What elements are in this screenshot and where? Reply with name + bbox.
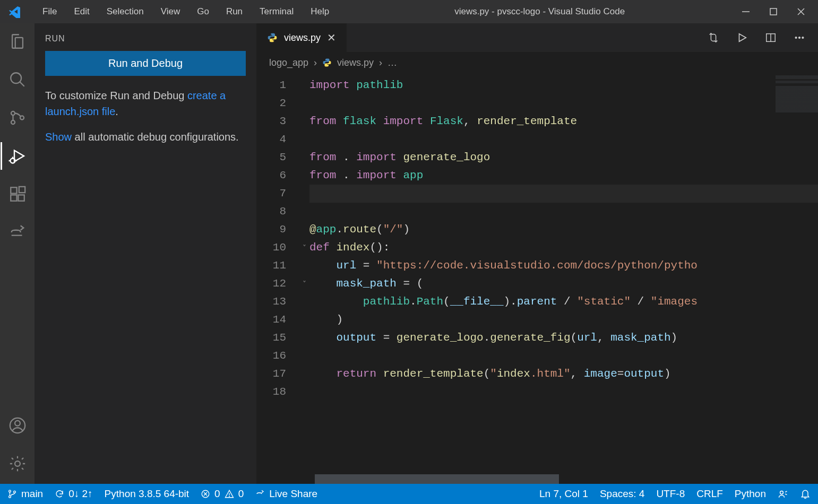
status-feedback[interactable]	[778, 489, 788, 499]
svg-marker-9	[14, 151, 24, 162]
activity-accounts[interactable]	[7, 415, 28, 436]
status-eol[interactable]: CRLF	[696, 488, 723, 500]
svg-rect-17	[19, 187, 24, 193]
breadcrumb-file[interactable]: views.py	[337, 57, 374, 68]
breadcrumb-ellipsis[interactable]: …	[388, 57, 397, 68]
activity-share[interactable]	[7, 222, 28, 243]
python-file-icon	[322, 58, 332, 67]
customize-suffix: .	[115, 106, 118, 117]
svg-point-26	[802, 37, 804, 38]
code-content[interactable]: import pathlib from flask import Flask, …	[309, 73, 818, 474]
svg-point-34	[229, 496, 229, 497]
breadcrumb-folder[interactable]: logo_app	[269, 57, 308, 68]
status-python-version[interactable]: Python 3.8.5 64-bit	[105, 488, 190, 500]
svg-point-8	[20, 116, 23, 119]
status-problems[interactable]: 0 0	[201, 488, 244, 500]
menu-file[interactable]: File	[34, 4, 65, 19]
main-area: RUN Run and Debug To customize Run and D…	[0, 23, 818, 484]
customize-text: To customize Run and Debug create a laun…	[45, 88, 246, 119]
maximize-icon[interactable]	[769, 7, 778, 16]
svg-rect-1	[770, 8, 777, 15]
compare-changes-icon[interactable]	[708, 32, 719, 44]
status-bar: main 0↓ 2↑ Python 3.8.5 64-bit 0 0 Live …	[0, 484, 818, 504]
close-icon[interactable]	[797, 7, 805, 16]
sync-icon	[55, 489, 64, 499]
branch-icon	[7, 489, 17, 499]
vscode-logo-icon	[8, 5, 21, 18]
live-share-icon	[255, 489, 265, 499]
run-file-icon[interactable]	[736, 32, 748, 44]
run-and-debug-button[interactable]: Run and Debug	[45, 51, 246, 76]
activity-search[interactable]	[7, 69, 28, 90]
menu-edit[interactable]: Edit	[65, 4, 98, 19]
tab-close-icon[interactable]: ✕	[327, 31, 336, 44]
menu-bar: File Edit Selection View Go Run Terminal…	[34, 4, 338, 19]
status-branch-label: main	[21, 488, 43, 500]
show-configs-link[interactable]: Show	[45, 131, 72, 143]
menu-selection[interactable]: Selection	[98, 4, 152, 19]
menu-help[interactable]: Help	[302, 4, 338, 19]
breadcrumb-separator-icon: ›	[379, 57, 382, 68]
activity-settings[interactable]	[7, 453, 28, 474]
window-title: views.py - pvscc-logo - Visual Studio Co…	[338, 6, 742, 17]
activity-extensions[interactable]	[7, 184, 28, 205]
menu-view[interactable]: View	[152, 4, 189, 19]
svg-point-24	[795, 37, 797, 38]
svg-point-20	[15, 461, 20, 466]
show-config-text: Show all automatic debug configurations.	[45, 129, 246, 145]
svg-point-6	[11, 111, 14, 115]
run-sidebar: RUN Run and Debug To customize Run and D…	[35, 23, 256, 484]
status-sync[interactable]: 0↓ 2↑	[55, 488, 92, 500]
svg-point-35	[780, 491, 783, 494]
scrollbar-thumb[interactable]	[315, 474, 559, 484]
status-language[interactable]: Python	[735, 488, 766, 500]
fold-gutter[interactable]: ˅˅	[299, 73, 309, 474]
svg-point-7	[11, 120, 14, 124]
status-notifications[interactable]	[800, 489, 811, 499]
code-editor[interactable]: 123456789101112131415161718 ˅˅ import pa…	[256, 73, 818, 474]
tab-views-py[interactable]: views.py ✕	[256, 23, 347, 52]
more-actions-icon[interactable]	[794, 32, 805, 44]
svg-rect-15	[11, 195, 16, 201]
warning-icon	[225, 489, 234, 499]
minimize-icon[interactable]	[742, 7, 750, 16]
editor-actions	[347, 23, 818, 52]
status-warning-count: 0	[238, 488, 244, 500]
horizontal-scrollbar[interactable]	[256, 474, 818, 484]
svg-point-27	[9, 490, 11, 492]
editor-area: views.py ✕ logo_app › views.py › … 12345…	[256, 23, 818, 484]
minimap[interactable]	[776, 75, 818, 112]
status-encoding[interactable]: UTF-8	[656, 488, 685, 500]
svg-line-5	[20, 82, 24, 86]
activity-bar	[0, 23, 35, 484]
menu-terminal[interactable]: Terminal	[251, 4, 302, 19]
svg-rect-16	[18, 195, 24, 201]
title-bar: File Edit Selection View Go Run Terminal…	[0, 0, 818, 23]
breadcrumb-separator-icon: ›	[314, 57, 317, 68]
svg-point-19	[15, 421, 20, 426]
activity-explorer[interactable]	[7, 31, 28, 52]
svg-point-28	[9, 496, 11, 498]
svg-marker-21	[739, 34, 746, 42]
menu-run[interactable]: Run	[218, 4, 251, 19]
status-live-share-label: Live Share	[269, 488, 317, 500]
show-suffix: all automatic debug configurations.	[72, 131, 239, 143]
activity-source-control[interactable]	[7, 107, 28, 128]
customize-prefix: To customize Run and Debug	[45, 90, 187, 101]
line-numbers: 123456789101112131415161718	[256, 73, 299, 474]
tab-bar: views.py ✕	[256, 23, 818, 52]
status-sync-label: 0↓ 2↑	[68, 488, 92, 500]
status-error-count: 0	[214, 488, 220, 500]
status-indentation[interactable]: Spaces: 4	[600, 488, 645, 500]
tab-label: views.py	[284, 32, 321, 44]
svg-point-29	[14, 491, 16, 493]
svg-point-4	[11, 73, 21, 83]
breadcrumbs[interactable]: logo_app › views.py › …	[256, 52, 818, 73]
status-cursor-position[interactable]: Ln 7, Col 1	[539, 488, 588, 500]
status-branch[interactable]: main	[7, 488, 43, 500]
activity-run-debug[interactable]	[7, 145, 28, 167]
status-live-share[interactable]: Live Share	[255, 488, 317, 500]
feedback-icon	[778, 489, 788, 499]
menu-go[interactable]: Go	[188, 4, 218, 19]
split-editor-icon[interactable]	[765, 32, 777, 44]
